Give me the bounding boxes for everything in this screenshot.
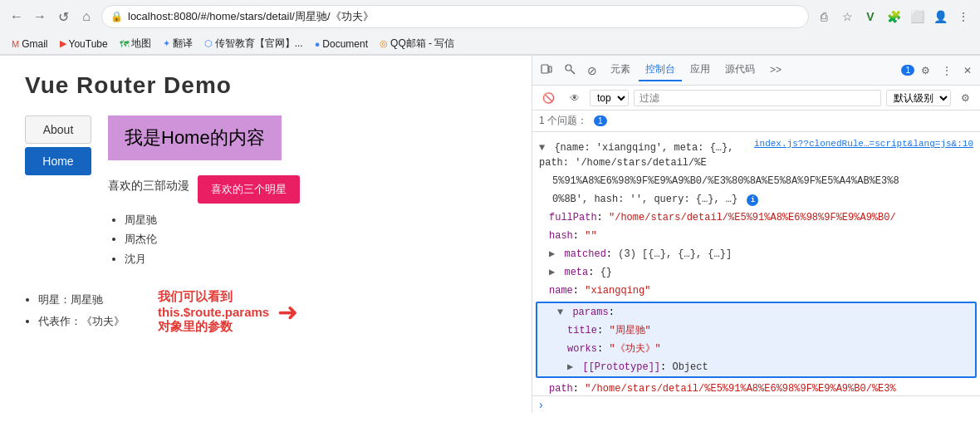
devtools-inspect-icon[interactable] [559,60,581,81]
proto-expand[interactable]: ▶ [567,361,573,373]
bookmark-youtube[interactable]: ▶ YouTube [55,37,113,52]
page-title: Vue Router Demo [25,72,507,99]
back-button[interactable]: ← [7,7,27,27]
ext-puzzle-button[interactable]: 🧩 [884,7,904,27]
home-content-area: 我是Home的内容 喜欢的三部动漫 喜欢的三个明星 周星驰 周杰伦 沈月 [108,115,300,268]
svg-line-3 [571,71,576,75]
refresh-button[interactable]: ↺ [53,7,73,27]
devtools-tab-application[interactable]: 应用 [684,59,717,81]
name-val: "xiangqing" [585,285,650,297]
annotation: 我们可以看到 this.$route.params 对象里的参数 [158,289,269,335]
devtools-more-icon[interactable]: ⋮ [937,61,957,80]
info-item-0: 明星：周星驰 [38,289,125,311]
bookmark-gmail-label: Gmail [22,38,47,50]
meta-expand[interactable]: ▶ [549,267,555,278]
info-list: 明星：周星驰 代表作：《功夫》 [25,289,125,332]
home-button[interactable]: ⌂ [76,7,96,27]
expand-icon[interactable]: ▼ [539,142,545,154]
arrow-area: 我们可以看到 this.$route.params 对象里的参数 ➜ [158,289,298,335]
star-button[interactable]: ☆ [837,7,857,27]
bookmarks-bar: M Gmail ▶ YouTube 🗺 地图 ✦ 翻译 ⬡ 传智教育【官网】..… [0,33,980,55]
bookmark-zhizhi-label: 传智教育【官网】... [215,37,303,51]
params-expand[interactable]: ▼ [544,307,563,318]
name-key: name [549,285,573,297]
params-key: params [572,307,608,318]
proto-val: Object [672,361,708,373]
info-icon: i [747,194,758,206]
address-bar[interactable]: 🔒 localhost:8080/#/home/stars/detail/周星驰… [101,5,809,28]
bookmark-document[interactable]: ● Document [310,37,373,52]
console-level-select[interactable]: 默认级别 [886,90,951,106]
devtools-tab-elements[interactable]: 元素 [604,59,637,81]
console-obj-text1: {name: 'xiangqing', meta: {…}, path: '/h… [539,142,733,169]
devtools-settings-icon[interactable]: ⚙ [916,61,935,80]
path-key: path [549,383,573,395]
bookmark-maps-label: 地图 [131,37,151,51]
console-matched-line: ▶ matched: (3) [{…}, {…}, {…}] [532,245,980,263]
console-source-link[interactable]: index.js??clonedRule…=script&lang=js&:10 [754,137,973,151]
bookmark-translate[interactable]: ✦ 翻译 [158,35,198,52]
console-path-line: path: "/home/stars/detail/%E5%91%A8%E6%9… [532,380,980,395]
devtools-console-toolbar: 🚫 👁 top 默认级别 ⚙ [532,86,980,110]
devtools-toggle-device-icon[interactable] [536,60,557,81]
bookmark-translate-label: 翻译 [173,37,193,51]
console-clear-icon[interactable]: 🚫 [537,89,560,107]
ext-window-button[interactable]: ⬜ [907,7,927,27]
console-filter-input[interactable] [634,90,881,106]
proto-key: [[Prototype]] [582,361,660,373]
params-works-val: "《功夫》" [609,343,660,355]
main-area: Vue Router Demo About Home 我是Home的内容 喜欢的… [0,56,980,413]
share-button[interactable]: ⎙ [814,7,834,27]
bookmark-maps[interactable]: 🗺 地图 [115,35,156,52]
home-banner: 我是Home的内容 [108,115,282,160]
matched-expand[interactable]: ▶ [549,248,555,260]
console-obj-line2: 5%91%A8%E6%98%9F%E9%A9%B0/%E3%80%8A%E5%8… [532,172,980,190]
bookmark-youtube-label: YouTube [69,38,108,50]
bookmark-qq[interactable]: ◎ QQ邮箱 - 写信 [375,35,459,52]
svg-rect-0 [541,65,548,73]
devtools-tab-more[interactable]: >> [763,61,788,81]
bottom-info: 明星：周星驰 代表作：《功夫》 我们可以看到 this.$route.param… [25,289,507,335]
info-list-area: 明星：周星驰 代表作：《功夫》 [25,289,125,332]
page-content: Vue Router Demo About Home 我是Home的内容 喜欢的… [0,56,532,413]
about-nav-item[interactable]: About [25,115,91,144]
home-nav-item[interactable]: Home [25,147,91,175]
issues-bar: 1 个问题： 1 [532,110,980,132]
bookmark-gmail[interactable]: M Gmail [7,37,53,52]
devtools-panel: ⊘ 元素 控制台 应用 源代码 >> 1 ⚙ ⋮ ✕ 🚫 👁 top 默认级别 … [532,56,980,413]
translate-icon: ✦ [163,38,170,49]
zhizhi-icon: ⬡ [204,38,213,49]
devtools-bottom: › [532,395,980,413]
svg-rect-1 [549,66,551,72]
console-level-settings-icon[interactable]: ⚙ [956,89,975,107]
console-name-line: name: "xiangqing" [532,282,980,300]
path-val: "/home/stars/detail/%E5%91%A8%E6%98%9F%E… [585,383,895,395]
star-list: 周星驰 周杰伦 沈月 [125,210,300,268]
star-item-2: 沈月 [125,249,300,268]
devtools-content[interactable]: index.js??clonedRule…=script&lang=js&:10… [532,132,980,395]
favorites-button[interactable]: 喜欢的三个明星 [198,175,300,204]
hash-val: "" [585,230,596,242]
home-subtitle: 喜欢的三部动漫 [108,179,189,194]
console-meta-line: ▶ meta: {} [532,263,980,282]
bookmark-zhizhi[interactable]: ⬡ 传智教育【官网】... [199,35,308,52]
matched-val: (3) [{…}, {…}, {…}] [618,248,732,260]
devtools-close-icon[interactable]: ✕ [958,61,977,80]
devtools-tab-sources[interactable]: 源代码 [718,59,762,81]
forward-button[interactable]: → [30,7,50,27]
console-prompt-icon[interactable]: › [539,398,543,411]
console-eye-icon[interactable]: 👁 [565,89,585,107]
profile-button[interactable]: 👤 [930,7,950,27]
star-item-0: 周星驰 [125,210,300,229]
menu-button[interactable]: ⋮ [953,7,973,27]
browser-actions: ⎙ ☆ V 🧩 ⬜ 👤 ⋮ [814,7,973,27]
params-title-val: "周星驰" [609,325,650,336]
lock-icon: 🔒 [110,11,123,22]
devtools-tab-console[interactable]: 控制台 [639,59,682,81]
browser-chrome: ← → ↺ ⌂ 🔒 localhost:8080/#/home/stars/de… [0,0,980,56]
devtools-badge: 1 [901,65,914,76]
ext-grammarly-button[interactable]: V [860,7,880,27]
devtools-block-icon[interactable]: ⊘ [582,61,602,81]
console-fullpath-line: fullPath: "/home/stars/detail/%E5%91%A8%… [532,209,980,227]
console-top-select[interactable]: top [590,90,629,106]
